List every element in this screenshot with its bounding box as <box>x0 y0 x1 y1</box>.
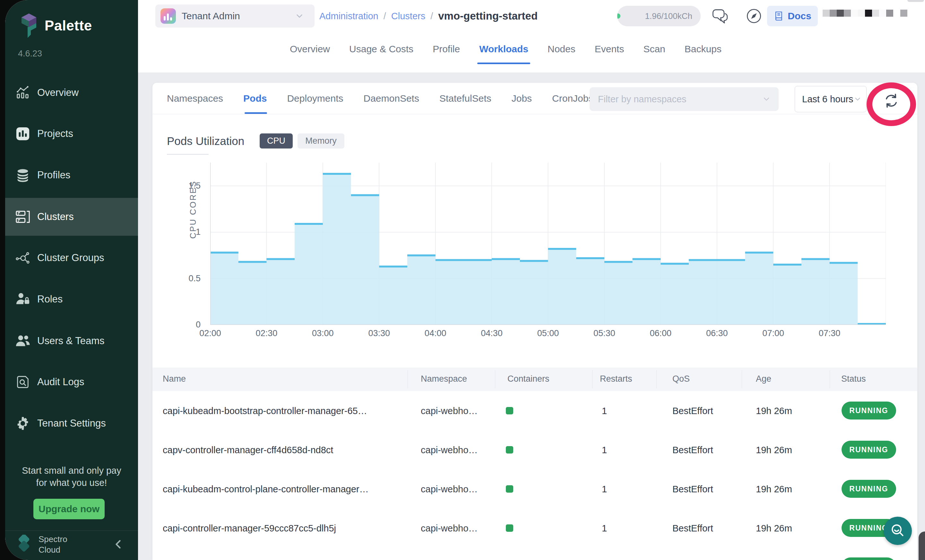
tab-overview[interactable]: Overview <box>290 32 330 66</box>
sidebar-footer: Spectro Cloud <box>5 530 138 560</box>
tenant-settings-icon <box>15 416 30 431</box>
profiles-icon <box>15 168 30 183</box>
page-title: vmo-getting-started <box>438 10 538 22</box>
tab-events[interactable]: Events <box>595 32 624 66</box>
pod-restarts: 1 <box>602 406 607 416</box>
table-row[interactable]: capi-kubeadm-bootstrap-controller-manage… <box>152 391 917 431</box>
sidebar-item-label: Clusters <box>37 211 74 222</box>
redacted-block <box>830 10 837 17</box>
container-status-square <box>506 485 513 492</box>
chevron-down-icon <box>762 95 771 104</box>
refresh-icon[interactable] <box>882 92 900 110</box>
column-separator <box>592 370 592 389</box>
x-axis-tick: 06:00 <box>641 329 680 338</box>
column-header-name: Name <box>163 374 186 384</box>
x-axis-tick: 03:00 <box>304 329 342 338</box>
sidebar-item-label: Roles <box>37 293 63 305</box>
sidebar-item-label: Users & Teams <box>37 335 105 347</box>
spectro-cloud-name: Spectro Cloud <box>39 534 68 555</box>
subtab-deployments[interactable]: Deployments <box>287 83 343 114</box>
topbar: Tenant Admin Administration / Clusters /… <box>138 0 925 72</box>
overview-icon <box>15 85 30 100</box>
chevron-down-icon <box>295 11 304 21</box>
compass-explore-icon[interactable] <box>746 8 762 24</box>
roles-icon <box>15 292 30 306</box>
usage-meter: 1.96/100kCh <box>617 6 701 26</box>
pod-restarts: 1 <box>602 445 607 455</box>
breadcrumb-clusters[interactable]: Clusters <box>391 11 425 21</box>
column-separator <box>656 370 657 389</box>
tenant-selector[interactable]: Tenant Admin <box>155 5 315 28</box>
column-header-status: Status <box>841 374 866 384</box>
pod-qos: BestEffort <box>672 406 713 416</box>
tab-backups[interactable]: Backups <box>685 32 722 66</box>
x-axis-tick: 04:00 <box>416 329 455 338</box>
sidebar-item-audit-logs[interactable]: Audit Logs <box>5 363 138 401</box>
sidebar-item-tenant-settings[interactable]: Tenant Settings <box>5 404 138 442</box>
sidebar-item-cluster-groups[interactable]: Cluster Groups <box>5 239 138 277</box>
subtab-daemonsets[interactable]: DaemonSets <box>364 83 419 114</box>
redacted-block <box>823 10 830 17</box>
pod-restarts: 1 <box>602 484 607 495</box>
x-axis-tick: 02:30 <box>247 329 286 338</box>
tab-scan[interactable]: Scan <box>643 32 665 66</box>
docs-button[interactable]: Docs <box>767 6 818 26</box>
brand-name: Palette <box>45 18 92 34</box>
pod-namespace: capi-webho… <box>421 484 478 495</box>
namespace-filter-input[interactable]: Filter by namespaces <box>590 87 779 111</box>
subtab-jobs[interactable]: Jobs <box>512 83 532 114</box>
pod-name: capi-kubeadm-control-plane-controller-ma… <box>163 484 369 495</box>
x-axis-tick: 02:00 <box>191 329 229 338</box>
help-widget-button[interactable] <box>884 517 912 545</box>
table-row[interactable]: capi-kubeadm-bootstrap-controller-manage… <box>152 547 917 560</box>
breadcrumb-administration[interactable]: Administration <box>319 11 378 21</box>
tab-profile[interactable]: Profile <box>432 32 460 66</box>
y-axis-tick: 0.5 <box>162 273 200 284</box>
chart-plot-area <box>210 163 886 325</box>
time-range-select[interactable]: Last 6 hours <box>795 86 866 112</box>
subtab-statefulsets[interactable]: StatefulSets <box>439 83 491 114</box>
redacted-block <box>900 10 907 17</box>
table-row[interactable]: capv-controller-manager-cff4d658d-nd8ctc… <box>152 430 917 470</box>
cpu-toggle-button[interactable]: CPU <box>260 134 293 149</box>
subtab-pods[interactable]: Pods <box>243 83 267 114</box>
table-row[interactable]: capi-controller-manager-59ccc87cc5-dlh5j… <box>152 508 917 548</box>
feedback-chat-icon[interactable] <box>711 8 728 24</box>
usage-meter-value: 1.96/100kCh <box>645 11 692 21</box>
container-status-square <box>506 407 513 414</box>
sidebar-item-roles[interactable]: Roles <box>5 280 138 318</box>
status-badge: RUNNING <box>842 441 896 459</box>
sidebar-item-users-teams[interactable]: Users & Teams <box>5 322 138 360</box>
collapse-sidebar-icon[interactable] <box>111 537 125 551</box>
redacted-block <box>865 10 872 17</box>
sidebar-item-label: Projects <box>37 128 73 140</box>
time-range-value: Last 6 hours <box>802 94 853 105</box>
redacted-block <box>886 10 893 17</box>
workload-subtabs: NamespacesPodsDeploymentsDaemonSetsState… <box>167 83 594 114</box>
x-axis-tick: 07:00 <box>754 329 792 338</box>
subtab-namespaces[interactable]: Namespaces <box>167 83 223 114</box>
tab-workloads[interactable]: Workloads <box>479 32 528 66</box>
pod-qos: BestEffort <box>672 445 713 455</box>
tab-usage-costs[interactable]: Usage & Costs <box>349 32 413 66</box>
pods-table-header: NameNamespaceContainersRestartsQoSAgeSta… <box>152 368 917 391</box>
sidebar-item-profiles[interactable]: Profiles <box>5 156 138 194</box>
pod-qos: BestEffort <box>672 484 713 495</box>
sidebar-item-overview[interactable]: Overview <box>5 74 138 112</box>
container-status-square <box>506 524 513 532</box>
sidebar-item-clusters[interactable]: Clusters <box>5 198 138 236</box>
subtab-cronjobs[interactable]: CronJobs <box>552 83 593 114</box>
memory-toggle-button[interactable]: Memory <box>298 134 344 149</box>
column-separator <box>742 370 742 389</box>
sidebar-item-projects[interactable]: Projects <box>5 115 138 153</box>
sidebar: Palette 4.6.23 OverviewProjectsProfilesC… <box>5 0 138 560</box>
pod-namespace: capi-webho… <box>421 523 478 534</box>
breadcrumb: Administration / Clusters / vmo-getting-… <box>319 0 538 32</box>
table-row[interactable]: capi-kubeadm-control-plane-controller-ma… <box>152 469 917 509</box>
sidebar-item-label: Audit Logs <box>37 376 84 388</box>
usage-progress-dot <box>617 14 621 19</box>
tab-nodes[interactable]: Nodes <box>548 32 575 66</box>
upgrade-now-button[interactable]: Upgrade now <box>33 499 105 519</box>
column-separator <box>495 370 495 389</box>
column-header-qos: QoS <box>672 374 690 384</box>
